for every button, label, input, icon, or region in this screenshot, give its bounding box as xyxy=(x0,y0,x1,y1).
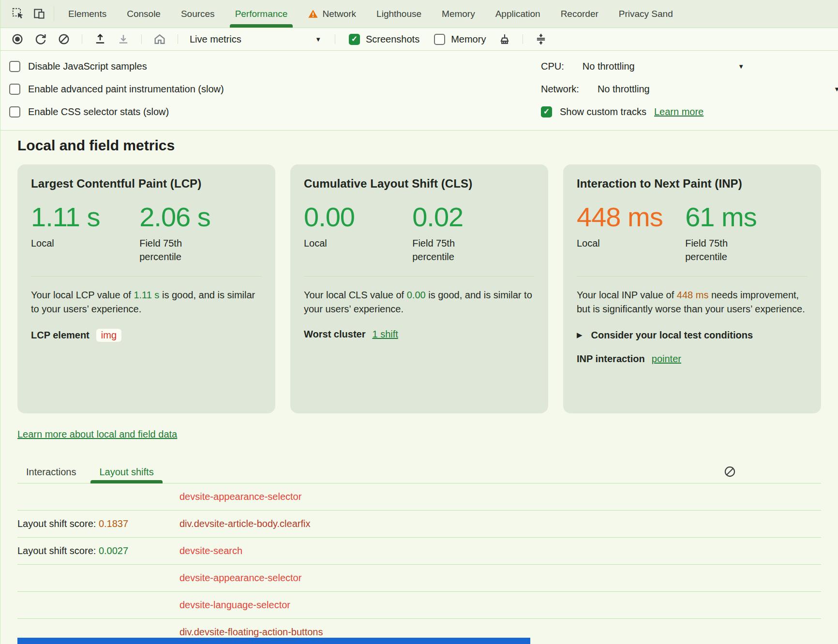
score-cell: Layout shift score: 0.1837 xyxy=(17,518,180,529)
inp-description: Your local INP value of 448 ms needs imp… xyxy=(577,288,808,316)
capture-settings: Disable JavaScript samples Enable advanc… xyxy=(0,51,838,131)
shift-element-link[interactable]: devsite-appearance-selector xyxy=(180,491,301,502)
reload-record-icon[interactable] xyxy=(31,30,50,48)
tab-label: Lighthouse xyxy=(376,9,421,19)
chevron-down-icon: ▼ xyxy=(834,86,838,93)
inp-local-value: 448 ms xyxy=(577,203,685,232)
lcp-card: Largest Contentful Paint (LCP) 1.11 s Lo… xyxy=(17,164,275,413)
cls-values: 0.00 Local 0.02 Field 75th percentile xyxy=(304,203,535,263)
field-column: 0.02 Field 75th percentile xyxy=(412,203,535,263)
garbage-collect-broom-icon[interactable] xyxy=(495,30,514,48)
record-icon[interactable] xyxy=(8,30,27,48)
css-selector-stats-checkbox[interactable]: Enable CSS selector stats (slow) xyxy=(9,101,224,123)
tab-label: Console xyxy=(127,9,161,19)
cls-description: Your local CLS value of 0.00 is good, an… xyxy=(304,288,535,316)
tab-layout-shifts[interactable]: Layout shifts xyxy=(90,461,162,483)
check-icon: ✓ xyxy=(543,107,550,116)
inp-field-value: 61 ms xyxy=(685,203,808,232)
tab-memory[interactable]: Memory xyxy=(432,0,485,28)
divider xyxy=(82,34,82,44)
field-column: 2.06 s Field 75th percentile xyxy=(139,203,262,263)
shift-element-link[interactable]: devsite-search xyxy=(180,545,242,556)
lcp-element-label: LCP element xyxy=(31,330,90,341)
horizontal-scrollbar[interactable] xyxy=(17,638,530,644)
divider xyxy=(141,34,142,44)
shift-element-link[interactable]: div.devsite-article-body.clearfix xyxy=(180,518,310,529)
checkbox-unchecked xyxy=(9,84,20,95)
tab-label: Application xyxy=(495,9,540,19)
shift-score: 0.0027 xyxy=(99,545,128,556)
shift-element-link[interactable]: devsite-language-selector xyxy=(180,600,290,611)
field-label: Field 75th percentile xyxy=(139,236,212,263)
collapse-icon[interactable] xyxy=(532,30,550,48)
shift-element-link[interactable]: devsite-appearance-selector xyxy=(180,572,301,584)
memory-checkbox[interactable]: Memory xyxy=(429,34,491,45)
inp-interaction-link[interactable]: pointer xyxy=(652,353,681,365)
memory-label: Memory xyxy=(451,34,486,45)
lcp-description: Your local LCP value of 1.11 s is good, … xyxy=(31,288,262,316)
checkbox-unchecked xyxy=(434,34,445,45)
cls-field-value: 0.02 xyxy=(412,203,535,232)
inp-inline-value: 448 ms xyxy=(677,290,709,300)
live-metrics-view: Local and field metrics Largest Contentf… xyxy=(0,131,838,644)
tab-application[interactable]: Application xyxy=(485,0,551,28)
disclosure-triangle-icon: ▶ xyxy=(577,331,583,339)
custom-tracks-checkbox[interactable]: ✓ xyxy=(541,106,552,117)
tab-label: Privacy Sand xyxy=(619,9,673,19)
tab-label: Elements xyxy=(68,9,106,19)
upload-profile-icon[interactable] xyxy=(91,30,109,48)
tab-performance[interactable]: Performance xyxy=(225,0,298,28)
advanced-paint-instrumentation-checkbox[interactable]: Enable advanced paint instrumentation (s… xyxy=(9,78,224,101)
shift-element-link[interactable]: div.devsite-floating-action-buttons xyxy=(180,627,323,638)
chevron-down-icon: ▼ xyxy=(315,36,321,43)
tab-console[interactable]: Console xyxy=(117,0,171,28)
divider xyxy=(335,34,335,44)
lcp-local-value: 1.11 s xyxy=(31,203,139,232)
local-test-conditions-disclosure[interactable]: ▶ Consider your local test conditions xyxy=(577,330,808,341)
local-label: Local xyxy=(304,236,412,250)
clear-log-icon[interactable] xyxy=(723,465,736,480)
checkbox-checked: ✓ xyxy=(349,34,360,45)
tab-lighthouse[interactable]: Lighthouse xyxy=(366,0,432,28)
custom-tracks-learn-more-link[interactable]: Learn more xyxy=(654,106,703,117)
network-throttling-select[interactable]: Network: No throttling ▼ xyxy=(541,78,838,101)
home-icon[interactable] xyxy=(150,30,169,48)
layout-shift-row: devsite-appearance-selector xyxy=(17,483,821,511)
tab-label: Memory xyxy=(442,9,475,19)
disable-js-samples-checkbox[interactable]: Disable JavaScript samples xyxy=(9,55,224,78)
capture-settings-right: CPU: No throttling ▼ Network: No throttl… xyxy=(541,55,838,126)
divider xyxy=(577,276,808,277)
tab-interactions[interactable]: Interactions xyxy=(17,461,85,483)
clear-icon[interactable] xyxy=(55,30,73,48)
layout-shift-row: Layout shift score: 0.0027 devsite-searc… xyxy=(17,538,821,565)
devtools-performance-panel: Elements Console Sources Performance Net… xyxy=(0,0,838,644)
tab-label: Network xyxy=(322,9,356,19)
device-toolbar-icon[interactable] xyxy=(29,0,50,28)
tab-sources[interactable]: Sources xyxy=(171,0,225,28)
panel-mode-select[interactable]: Live metrics ▼ xyxy=(187,34,326,45)
inp-values: 448 ms Local 61 ms Field 75th percentile xyxy=(577,203,808,263)
download-profile-icon[interactable] xyxy=(114,30,133,48)
worst-cluster-link[interactable]: 1 shift xyxy=(372,329,398,340)
field-column: 61 ms Field 75th percentile xyxy=(685,203,808,263)
worst-cluster-row: Worst cluster 1 shift xyxy=(304,329,535,340)
inspect-element-icon[interactable] xyxy=(7,0,29,28)
cpu-throttling-select[interactable]: CPU: No throttling ▼ xyxy=(541,55,838,78)
tab-privacy-sandbox[interactable]: Privacy Sand xyxy=(609,0,673,28)
checkbox-unchecked xyxy=(9,106,20,117)
setting-label: Enable advanced paint instrumentation (s… xyxy=(28,84,224,95)
cpu-label: CPU: xyxy=(541,61,564,72)
screenshots-checkbox[interactable]: ✓ Screenshots xyxy=(344,34,424,45)
devtools-tabbar: Elements Console Sources Performance Net… xyxy=(0,0,838,28)
lcp-element-node-link[interactable]: img xyxy=(96,329,121,342)
metric-cards: Largest Contentful Paint (LCP) 1.11 s Lo… xyxy=(17,164,821,413)
local-label: Local xyxy=(577,236,685,250)
tab-elements[interactable]: Elements xyxy=(58,0,117,28)
capture-settings-left: Disable JavaScript samples Enable advanc… xyxy=(9,55,224,126)
divider xyxy=(54,6,54,21)
tab-recorder[interactable]: Recorder xyxy=(551,0,609,28)
tab-network[interactable]: Network xyxy=(298,0,366,28)
lcp-values: 1.11 s Local 2.06 s Field 75th percentil… xyxy=(31,203,262,263)
card-title: Largest Contentful Paint (LCP) xyxy=(31,177,262,190)
field-data-learn-more-link[interactable]: Learn more about local and field data xyxy=(17,429,177,440)
